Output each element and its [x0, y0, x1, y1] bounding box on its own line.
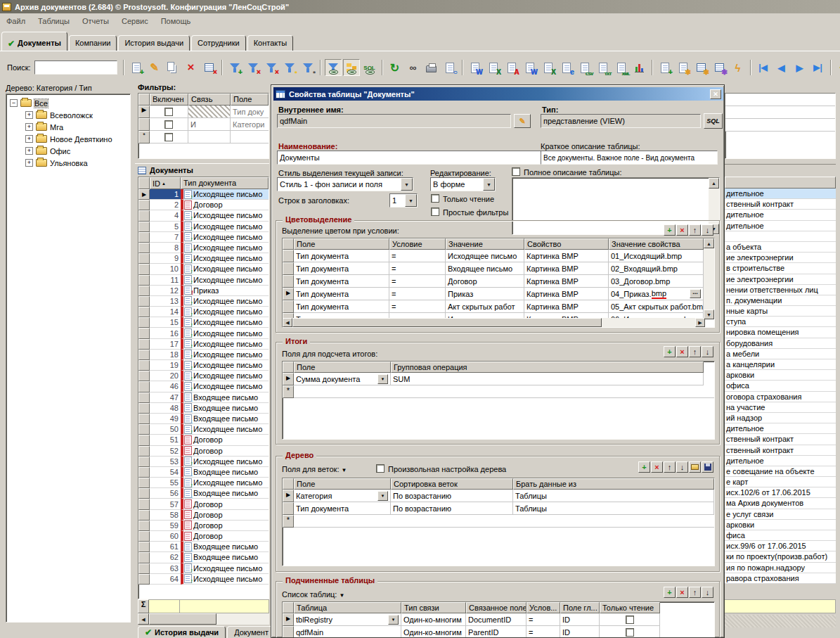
table-row[interactable]: 17Исходящее письмо	[138, 339, 269, 350]
row-selector[interactable]	[138, 414, 150, 424]
table-row-fragment[interactable]: ки по проекту(произв.работ)	[725, 551, 836, 562]
grid-cell[interactable]: ID	[560, 626, 600, 638]
filter-field-cell[interactable]: Тип доку	[231, 106, 269, 118]
row-selector[interactable]	[138, 296, 150, 307]
grid-row[interactable]: ▶tblRegistry▼Один-ко-многимDocumentID=ID	[283, 613, 714, 626]
table-row-fragment[interactable]: дительное	[725, 456, 836, 466]
table-row[interactable]: 49Входящее письмо	[138, 414, 269, 424]
grid-cell[interactable]: Договор	[446, 275, 524, 288]
checkbox[interactable]	[164, 120, 173, 129]
new-row-selector[interactable]: *	[283, 385, 294, 398]
column-header[interactable]: Групповая операция	[391, 362, 704, 373]
export-excel-button[interactable]: X	[485, 59, 502, 76]
row-selector[interactable]	[138, 307, 150, 317]
table-row-fragment[interactable]: ственный контракт	[725, 434, 836, 445]
print-preview-button[interactable]: ○	[441, 59, 458, 76]
table-row[interactable]: 63Исходящее письмо	[138, 563, 269, 574]
table-row-fragment[interactable]: дительное	[725, 189, 836, 199]
column-header[interactable]: Значение свойства	[609, 238, 704, 250]
delete-row-button[interactable]: ×	[676, 346, 688, 357]
full-desc-checkbox[interactable]	[512, 167, 520, 176]
show-tree-panel-button[interactable]	[343, 59, 360, 76]
grid-cell[interactable]	[294, 515, 714, 528]
filter-save-button[interactable]: ▪	[299, 59, 316, 76]
tree-item-1[interactable]: +Мга	[6, 121, 130, 133]
row-selector[interactable]: ▶	[283, 288, 294, 300]
row-selector[interactable]	[138, 118, 150, 131]
column-header[interactable]: Поле	[294, 362, 391, 373]
grid-cell[interactable]: tblRegistry▼	[294, 613, 401, 626]
delete-row-button[interactable]: ×	[676, 224, 688, 236]
grid-cell[interactable]: Сумма документа▼	[294, 373, 391, 385]
grid-cell[interactable]: Картинка BMP	[524, 300, 609, 313]
grid-cell[interactable]: Один-ко-многим	[401, 613, 466, 626]
row-selector[interactable]	[138, 210, 150, 221]
short-desc-field[interactable]: Все документы. Важное поле - Вид докумен…	[541, 151, 718, 165]
export-csv-button[interactable]: CSV	[576, 59, 593, 76]
row-selector[interactable]	[283, 250, 294, 262]
table-row-fragment[interactable]: офиса	[725, 381, 836, 391]
grid-cell[interactable]: =	[389, 288, 446, 300]
filter-remove-all-button[interactable]: ×	[263, 59, 280, 76]
menu-item-1[interactable]: Таблицы	[32, 15, 76, 27]
copy-record-button[interactable]	[164, 59, 181, 76]
tab-0[interactable]: ✔Документы	[1, 32, 67, 51]
scroll-thumb[interactable]	[149, 613, 217, 625]
grid-cell[interactable]: Акт скрытых работ	[446, 300, 524, 313]
nav-prev-button[interactable]: ◀	[773, 59, 790, 76]
row-selector[interactable]	[138, 457, 150, 467]
table-row[interactable]: 59Договор	[138, 521, 269, 531]
grid-row[interactable]: qdfMainОдин-ко-многимParentID=ID	[283, 626, 714, 638]
export-xml-button[interactable]: XML	[613, 59, 630, 76]
grid-cell[interactable]: Приказ	[446, 288, 524, 300]
expand-icon[interactable]: +	[25, 147, 33, 155]
table-row-fragment[interactable]: арковки	[725, 520, 836, 530]
row-selector[interactable]	[138, 467, 150, 478]
row-selector[interactable]	[138, 339, 150, 350]
grid-cell[interactable]: Картинка BMP	[524, 288, 609, 300]
filter-link-cell[interactable]	[188, 106, 231, 118]
row-selector[interactable]	[138, 264, 150, 274]
delete-record-button[interactable]: ×	[183, 59, 200, 76]
table-row-fragment[interactable]: нные карты	[725, 306, 836, 317]
chevron-down-icon[interactable]: ▼	[377, 374, 388, 384]
scroll-track[interactable]	[709, 189, 719, 224]
table-row[interactable]: 8Исходящее письмо	[138, 243, 269, 253]
table-row-fragment[interactable]: дительное	[725, 423, 836, 434]
column-header[interactable]: Брать данные из	[513, 478, 714, 490]
table-row[interactable]: 11Исходящее письмо	[138, 275, 269, 286]
nav-next-button[interactable]: ▶	[791, 59, 808, 76]
grid-cell[interactable]: SUM	[391, 373, 704, 385]
filter-remove-button[interactable]: ×	[245, 59, 261, 76]
grid-cell[interactable]: Таблицы	[513, 502, 714, 515]
table-row[interactable]: 61Входящее письмо	[138, 542, 269, 552]
table-row-fragment[interactable]: нении ответственных лиц	[725, 285, 836, 295]
sql-button[interactable]: SQL	[704, 113, 723, 129]
row-selector[interactable]	[138, 350, 150, 360]
table-row[interactable]: 47Входящее письмо	[138, 393, 269, 403]
export-xls-button[interactable]: X	[540, 59, 557, 76]
save-button[interactable]	[702, 461, 713, 473]
tab-1[interactable]: Компании	[69, 35, 117, 51]
chevron-down-icon[interactable]: ▼	[405, 194, 417, 207]
table-properties-button[interactable]: ✱	[693, 59, 710, 76]
move-down-button[interactable]: ↓	[702, 587, 713, 598]
menu-item-3[interactable]: Сервис	[115, 15, 155, 27]
table-row-fragment[interactable]: ственный контракт	[725, 445, 836, 456]
table-row-fragment[interactable]: арковки	[725, 370, 836, 381]
id-column-header[interactable]: ID▲	[150, 177, 181, 189]
table-row[interactable]: 19Исходящее письмо	[138, 360, 269, 371]
filter-edit-button[interactable]: ▪	[281, 59, 298, 76]
filter-field-cell[interactable]	[231, 131, 269, 143]
run-action-button[interactable]: ϟ	[730, 59, 747, 76]
grid-cell[interactable]: Картинка BMP	[524, 250, 609, 262]
find-button[interactable]: ∞	[405, 59, 422, 76]
column-header[interactable]: Связанное поле	[466, 602, 526, 613]
row-selector[interactable]	[138, 488, 150, 499]
table-row[interactable]: 64Исходящее письмо	[138, 574, 269, 585]
row-selector[interactable]	[138, 542, 150, 552]
custom-tree-checkbox[interactable]	[376, 464, 385, 473]
tree-item-root[interactable]: −Все	[6, 97, 130, 109]
grid-cell[interactable]: Категория▼	[294, 490, 391, 502]
table-row-fragment[interactable]: ма Архив документов	[725, 498, 836, 509]
